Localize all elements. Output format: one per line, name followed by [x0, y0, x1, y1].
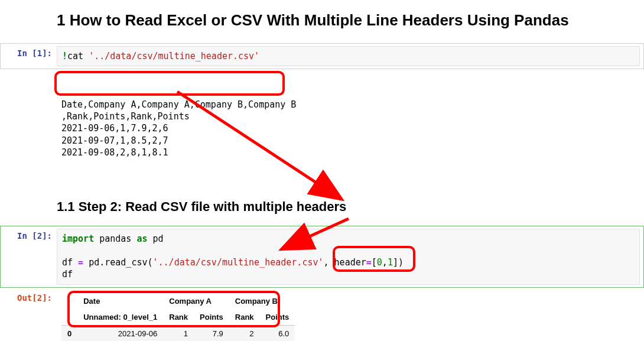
page-title: 1 How to Read Excel or CSV With Multiple…	[57, 11, 640, 30]
df-col-header-l1: Rank	[163, 309, 194, 326]
df-col-header-l0: Company B	[229, 293, 295, 309]
shell-path: '../data/csv/multine_header.csv'	[89, 51, 259, 61]
magic-bang: !	[62, 51, 67, 61]
df-index-header	[61, 293, 77, 309]
prompt-empty	[1, 3, 57, 40]
annotation-box-csv-header	[54, 71, 285, 96]
prompt-empty-out1	[1, 72, 57, 182]
section-title: 1.1 Step 2: Read CSV file with multiple …	[57, 199, 640, 215]
df-col-header-l1: Unnamed: 0_level_1	[77, 309, 163, 326]
df-col-header-l1: Rank	[229, 309, 260, 326]
stdout-line: 2021-09-07,1,8.5,2,7	[61, 135, 640, 147]
df-cell: 6.0	[260, 325, 295, 341]
dataframe-output: DateCompany ACompany BUnnamed: 0_level_1…	[57, 291, 640, 342]
table-row: 02021-09-0617.926.0	[61, 325, 295, 341]
prompt-in-1: In [1]:	[1, 46, 57, 66]
output-cell-2: Out[2]: DateCompany ACompany BUnnamed: 0…	[0, 288, 644, 342]
df-col-header-l0: Company A	[163, 293, 229, 309]
code-input-1[interactable]: !cat '../data/csv/multine_header.csv'	[57, 46, 640, 66]
stdout-line: 2021-09-08,2,8,1,8.1	[61, 147, 640, 158]
df-cell: 2	[229, 325, 260, 341]
df-cell: 7.9	[194, 325, 229, 341]
df-col-header-l0: Date	[77, 293, 163, 309]
dataframe-table: DateCompany ACompany BUnnamed: 0_level_1…	[61, 293, 295, 342]
df-col-header-l1: Points	[194, 309, 229, 326]
code-cell-2[interactable]: In [2]: import pandas as pd df = pd.read…	[0, 226, 644, 288]
code-cell-1[interactable]: In [1]: !cat '../data/csv/multine_header…	[0, 43, 644, 69]
df-col-header-l1: Points	[260, 309, 295, 326]
prompt-out-2: Out[2]:	[1, 291, 57, 342]
shell-cmd: cat	[67, 51, 89, 61]
output-cell-1: Date,Company A,Company A,Company B,Compa…	[0, 69, 644, 185]
dataframe-thead: DateCompany ACompany BUnnamed: 0_level_1…	[61, 293, 295, 326]
code-input-2[interactable]: import pandas as pd df = pd.read_csv('..…	[57, 229, 640, 285]
prompt-empty-2	[1, 189, 57, 223]
df-row-index: 0	[61, 325, 77, 341]
markdown-cell-heading: 1 How to Read Excel or CSV With Multiple…	[0, 0, 644, 43]
stdout-line: 2021-09-06,1,7.9,2,6	[61, 122, 640, 134]
df-cell: 2021-09-06	[77, 325, 163, 341]
stdout-1: Date,Company A,Company A,Company B,Compa…	[57, 72, 640, 182]
prompt-in-2: In [2]:	[1, 229, 57, 285]
df-index-header	[61, 309, 77, 326]
stdout-line: ,Rank,Points,Rank,Points	[61, 111, 640, 122]
stdout-line: Date,Company A,Company A,Company B,Compa…	[61, 99, 640, 111]
markdown-cell-subheading: 1.1 Step 2: Read CSV file with multiple …	[0, 186, 644, 226]
dataframe-tbody: 02021-09-0617.926.012021-09-0718.527.022…	[61, 325, 295, 341]
df-cell: 1	[163, 325, 194, 341]
